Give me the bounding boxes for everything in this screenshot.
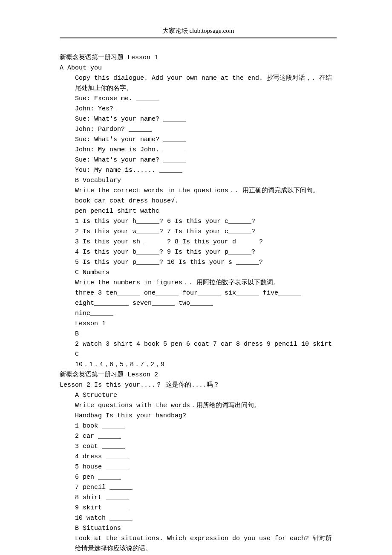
lesson1-b-item: 4 Is this your b______? 9 Is this your p… [75, 247, 337, 257]
lesson2-section-a-label: A Structure [75, 390, 337, 401]
lesson1-b-item: 2 Is this your w______? 7 Is this your c… [75, 227, 337, 237]
lesson2-a-item: 10 watch ______ [75, 513, 337, 523]
dialogue-line: Sue: Excuse me. ______ [75, 94, 337, 104]
lesson2-a-item: 2 car ______ [75, 431, 337, 442]
lesson2-a-item: 6 pen ______ [75, 472, 337, 483]
lesson2-a-item: 8 shirt ______ [75, 493, 337, 503]
lesson2-a-item: 5 house ______ [75, 462, 337, 472]
lesson1-a-instruction: Copy this dialogue. Add your own name at… [75, 73, 337, 94]
lesson1-answer-heading: Lesson 1 [75, 319, 337, 329]
lesson1-answer-c-label: C [75, 350, 337, 360]
lesson1-c-instruction: Write the numbers in figures．. 用阿拉伯数字表示以… [75, 278, 337, 288]
lesson2-title: 新概念英语第一册习题 Lesson 2 [60, 370, 337, 380]
lesson2-a-instruction: Write questions with the words．用所给的词写出问句… [75, 401, 337, 411]
dialogue-line: John: Yes? ______ [75, 104, 337, 114]
lesson1-b-item: 5 Is this your p______? 10 Is this your … [75, 257, 337, 268]
dialogue-line: Sue: What's your name? ______ [75, 135, 337, 145]
header-text: 大家论坛 club.topsage.com [162, 27, 234, 34]
lesson1-answer-b: 2 watch 3 shirt 4 book 5 pen 6 coat 7 ca… [75, 339, 337, 350]
lesson2-section-b-label: B Situations [75, 523, 337, 534]
lesson2-subtitle: Lesson 2 Is this your....？ 这是你的....吗？ [60, 380, 337, 390]
document-page: 大家论坛 club.topsage.com 新概念英语第一册习题 Lesson … [0, 0, 392, 555]
dialogue-line: John: Pardon? ______ [75, 124, 337, 135]
lesson1-section-a-label: A About you [60, 63, 337, 73]
lesson1-title: 新概念英语第一册习题 Lesson 1 [60, 53, 337, 63]
lesson1-c-line1: three 3 ten______ one______ four______ s… [75, 288, 337, 298]
lesson1-section-b-label: B Vocabulary [75, 176, 337, 186]
dialogue-line: Sue: What's your name? ______ [75, 155, 337, 165]
lesson1-section-c-label: C Numbers [75, 268, 337, 278]
lesson2-a-item: 1 book ______ [75, 421, 337, 431]
lesson1-b-item: 1 Is this your h______? 6 Is this your c… [75, 217, 337, 227]
lesson1-b-instruction: Write the correct words in the questions… [75, 186, 337, 196]
lesson1-b-wordlist1: book car coat dress house√. [75, 196, 337, 206]
lesson2-a-example: Handbag Is this your handbag? [75, 411, 337, 421]
lesson2-b-instruction: Look at the situations. Which expression… [75, 534, 337, 554]
lesson1-answer-b-label: B [75, 329, 337, 339]
lesson2-a-item: 4 dress ______ [75, 452, 337, 462]
lesson1-answer-c: 10，1，4，6，5，8，7，2，9 [75, 360, 337, 370]
lesson1-b-wordlist2: pen pencil shirt wathc [75, 206, 337, 217]
lesson1-c-line2: eight_________ seven______ two______ [75, 298, 337, 309]
dialogue-line: You: My name is...... ______ [75, 165, 337, 176]
lesson1-b-item: 3 Is this your sh ______? 8 Is this your… [75, 237, 337, 247]
lesson1-c-line3: nine______ [75, 309, 337, 319]
lesson2-a-item: 9 skirt ______ [75, 503, 337, 513]
dialogue-line: John: My name is John. ______ [75, 145, 337, 155]
page-header: 大家论坛 club.topsage.com [60, 26, 337, 38]
lesson2-a-item: 7 pencil ______ [75, 483, 337, 493]
lesson2-a-item: 3 coat ______ [75, 442, 337, 452]
dialogue-line: Sue: What's your name? ______ [75, 114, 337, 124]
